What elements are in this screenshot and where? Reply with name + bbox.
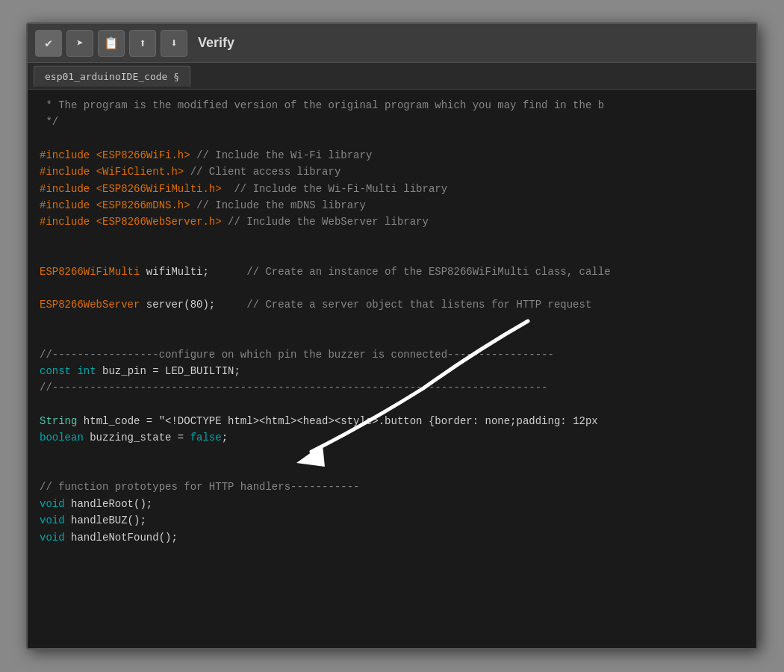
code-line: void handleRoot(); — [40, 496, 744, 512]
code-line: // function prototypes for HTTP handlers… — [40, 479, 744, 495]
checkmark-button[interactable]: ✔ — [35, 30, 62, 57]
code-line: #include <ESP8266mDNS.h> // Include the … — [40, 197, 744, 214]
code-line: #include <WiFiClient.h> // Client access… — [40, 164, 744, 180]
tab-bar: esp01_arduinoIDE_code § — [28, 63, 756, 90]
upload-button[interactable]: ⬆ — [129, 30, 156, 57]
arduino-ide-window: ✔ ➤ 📋 ⬆ ⬇ Verify esp01_arduinoIDE_code §… — [26, 22, 758, 650]
code-line: #include <ESP8266WebServer.h> // Include… — [40, 214, 744, 230]
code-line: String html_code = "<!DOCTYPE html><html… — [40, 413, 744, 429]
code-line: void handleBUZ(); — [40, 512, 744, 529]
code-line: */ — [40, 113, 744, 130]
code-line: void handleNotFound(); — [40, 529, 744, 546]
code-line: //-----------------configure on which pi… — [40, 346, 744, 363]
new-button[interactable]: 📋 — [98, 30, 125, 57]
verify-label: Verify — [198, 35, 234, 51]
code-line: boolean buzzing_state = false; — [40, 429, 744, 446]
code-line: #include <ESP8266WiFiMulti.h> // Include… — [40, 181, 744, 197]
download-button[interactable]: ⬇ — [161, 30, 187, 57]
code-line: #include <ESP8266WiFi.h> // Include the … — [40, 147, 744, 164]
file-tab[interactable]: esp01_arduinoIDE_code § — [34, 66, 190, 87]
code-line: * The program is the modified version of… — [40, 97, 744, 113]
code-line: //--------------------------------------… — [40, 379, 744, 396]
toolbar: ✔ ➤ 📋 ⬆ ⬇ Verify — [28, 24, 756, 63]
arrow-button[interactable]: ➤ — [66, 30, 93, 57]
code-line: ESP8266WebServer server(80); // Create a… — [40, 296, 744, 313]
code-editor[interactable]: * The program is the modified version of… — [28, 90, 756, 648]
code-line: ESP8266WiFiMulti wifiMulti; // Create an… — [40, 264, 744, 280]
code-line: const int buz_pin = LED_BUILTIN; — [40, 363, 744, 379]
